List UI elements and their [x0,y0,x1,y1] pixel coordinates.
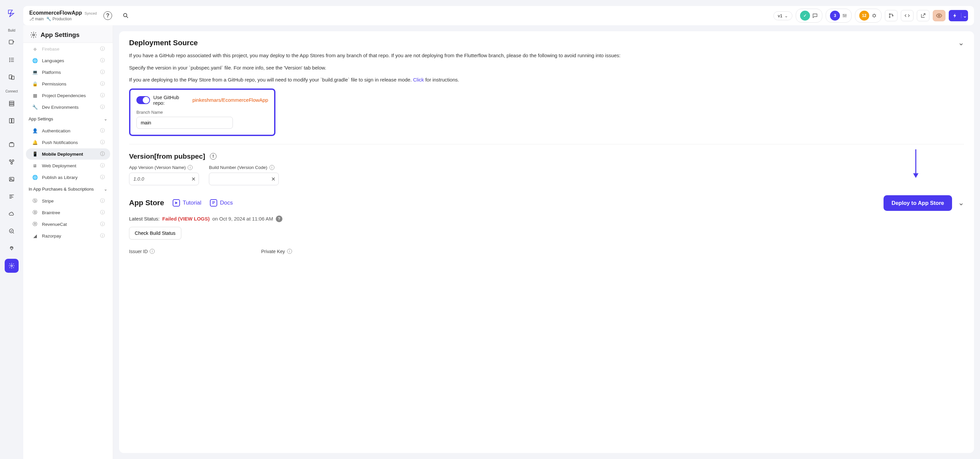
app-version-input[interactable] [129,173,199,185]
clear-icon[interactable]: ✕ [191,176,196,182]
folder-icon[interactable] [5,138,19,152]
preview-button[interactable] [933,10,945,21]
chevron-down-icon: ⌄ [104,187,107,192]
sidebar-item-web-deployment[interactable]: 🖥Web Deploymentⓘ [26,160,110,171]
stripe-icon: Ⓢ [32,198,38,204]
clear-icon[interactable]: ✕ [271,176,275,182]
info-icon: ⓘ [100,104,105,110]
sidebar-item-push[interactable]: 🔔Push Notificationsⓘ [26,137,110,148]
devices-icon[interactable] [5,70,19,84]
info-icon: ⓘ [100,57,105,64]
help-icon[interactable]: ? [103,11,112,20]
sidebar-item-braintree[interactable]: ⒷBraintreeⓘ [26,207,110,218]
theme-icon[interactable] [5,241,19,256]
info-icon: ⓘ [100,92,105,98]
svg-point-3 [9,61,10,62]
add-widget-icon[interactable] [5,36,19,49]
info-icon: ⓘ [100,46,105,52]
collapse-icon[interactable]: ⌄ [958,199,964,207]
branch-name-input[interactable] [137,117,233,129]
functions-icon[interactable] [5,155,19,169]
sidebar-item-firebase[interactable]: ◆Firebaseⓘ [26,43,110,54]
info-icon[interactable]: i [269,165,274,170]
tutorial-link[interactable]: Tutorial [173,199,201,206]
top-bar: EcommerceFlowApp Synced ⎇ main 🔧 Product… [23,6,974,25]
search-icon[interactable] [119,9,133,22]
database-icon[interactable] [5,97,19,110]
collapse-icon[interactable]: ⌄ [958,38,964,47]
list-icon[interactable] [5,53,19,67]
check-icon: ✓ [800,11,810,21]
sidebar-item-revenuecat[interactable]: ⓇRevenueCatⓘ [26,219,110,230]
globe-icon: 🌐 [32,175,38,180]
wrench-icon: 🔧 [32,105,38,110]
svg-point-19 [11,247,12,248]
instructions-link[interactable]: Click [413,77,424,83]
github-repo-box: Use GitHub repo: pinkeshmars/EcommerceFl… [129,89,275,136]
svg-point-22 [123,13,127,17]
sidebar-section-inapp[interactable]: In App Purchases & Subscriptions⌄ [23,183,113,195]
cloud-icon[interactable] [5,207,19,221]
run-dropdown-icon[interactable]: ⌄ [961,13,968,19]
branch-button[interactable] [885,10,897,21]
issuer-id-label: Issuer IDi [129,249,155,254]
issues-pill[interactable]: 3 [826,9,851,22]
sidebar-item-devenv[interactable]: 🔧Dev Environmentsⓘ [26,102,110,113]
logo-icon [6,8,17,18]
info-icon: ⓘ [100,139,105,145]
info-icon[interactable]: i [287,249,292,254]
align-icon[interactable] [5,190,19,203]
check-task-icon[interactable] [5,224,19,238]
help-icon[interactable]: ? [276,216,282,222]
status-date: on Oct 9, 2024 at 11:06 AM [212,216,273,222]
code-button[interactable] [901,10,913,21]
sliders-icon [842,13,847,18]
lightning-icon [949,13,961,18]
sidebar-item-stripe[interactable]: ⓈStripeⓘ [26,195,110,206]
razorpay-icon: ◢ [32,233,38,238]
svg-point-27 [939,15,940,17]
sidebar-item-languages[interactable]: 🌐Languagesⓘ [26,55,110,66]
check-build-status-button[interactable]: Check Build Status [129,227,181,240]
sidebar-item-dependencies[interactable]: ▦Project Dependenciesⓘ [26,90,110,101]
deploy-button[interactable]: Deploy to App Store [883,195,952,211]
svg-rect-11 [9,143,14,147]
status-check-pill[interactable]: ✓ [796,9,822,22]
image-icon[interactable] [5,172,19,186]
deployment-desc-2: Specify the version in your `pubspec.yam… [129,64,964,72]
svg-point-2 [9,60,10,60]
settings-icon[interactable] [5,259,19,273]
info-icon: ⓘ [100,221,105,227]
sidebar-item-platforms[interactable]: 💻Platformsⓘ [26,67,110,78]
docs-link[interactable]: Docs [210,199,233,206]
sidebar-item-publish-library[interactable]: 🌐Publish as Libraryⓘ [26,172,110,183]
sidebar-item-razorpay[interactable]: ◢Razorpayⓘ [26,230,110,241]
info-icon: ⓘ [100,210,105,216]
use-github-toggle[interactable] [137,96,150,104]
monitor-icon: 🖥 [32,163,38,168]
warning-icon[interactable]: ! [210,153,216,160]
svg-rect-8 [9,105,14,106]
run-button[interactable]: ⌄ [949,10,968,21]
sidebar-section-appsettings[interactable]: App Settings⌄ [23,113,113,125]
view-logs-link[interactable]: Failed (VIEW LOGS) [162,216,210,222]
svg-rect-6 [9,101,14,102]
warnings-pill[interactable]: 12 [855,9,881,22]
lock-icon: 🔒 [32,81,38,86]
sidebar-item-permissions[interactable]: 🔒Permissionsⓘ [26,78,110,89]
open-external-button[interactable] [917,10,929,21]
version-selector[interactable]: v1⌄ [773,11,792,20]
app-version-label: App Version (Version Name)i [129,165,199,170]
project-info: EcommerceFlowApp Synced ⎇ main 🔧 Product… [29,10,97,21]
info-icon[interactable]: i [150,249,155,254]
sidebar-item-mobile-deployment[interactable]: 📱Mobile Deploymentⓘ [26,148,110,160]
version-title: Version[from pubspec] [129,152,205,160]
branch-indicator[interactable]: ⎇ main [29,17,44,21]
build-number-input[interactable] [209,173,279,185]
sidebar-item-auth[interactable]: 👤Authenticationⓘ [26,125,110,137]
deployment-desc-3: If you are deploying to the Play Store f… [129,76,964,84]
env-indicator[interactable]: 🔧 Production [46,17,72,21]
svg-point-25 [889,17,890,17]
form-icon[interactable] [5,114,19,128]
info-icon[interactable]: i [188,165,192,170]
